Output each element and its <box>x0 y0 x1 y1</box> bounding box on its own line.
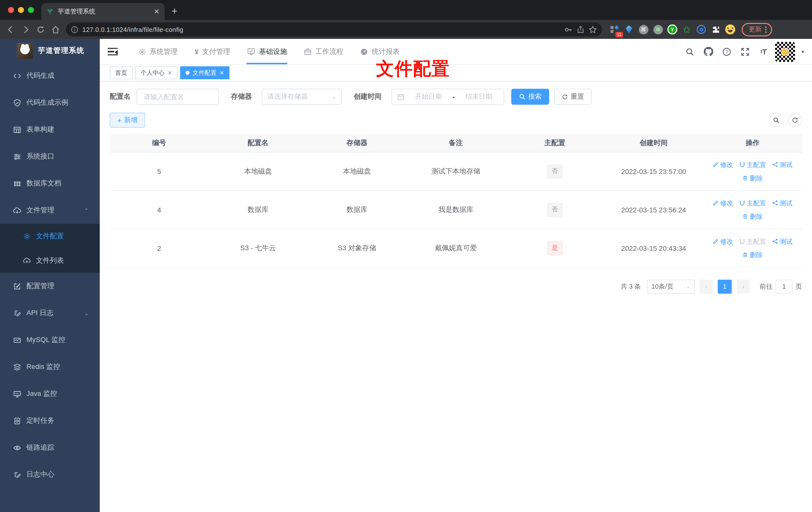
password-key-icon[interactable] <box>564 25 573 34</box>
master-link[interactable]: 主配置 <box>739 200 766 206</box>
extension-command-icon[interactable]: ⌘ <box>638 24 649 35</box>
tag-profile[interactable]: 个人中心 ✕ <box>135 66 178 79</box>
extensions-puzzle-icon[interactable] <box>710 24 721 35</box>
next-page-button[interactable]: › <box>737 279 750 293</box>
maximize-window-button[interactable] <box>28 7 34 13</box>
start-date-placeholder[interactable]: 开始日期 <box>408 92 448 101</box>
avatar-caret-icon[interactable]: ▼ <box>801 49 805 54</box>
range-separator: - <box>453 93 455 100</box>
task-clock-icon <box>13 417 22 425</box>
test-link[interactable]: 测试 <box>772 200 792 206</box>
sidebar-item-file-list[interactable]: 文件列表 <box>0 248 100 273</box>
tab-close-icon[interactable]: ✕ <box>154 8 160 15</box>
collapse-sidebar-icon[interactable] <box>108 48 118 56</box>
close-window-button[interactable] <box>8 7 14 13</box>
sidebar-item-mysql-monitor[interactable]: MySQL 监控 <box>0 327 100 354</box>
search-icon[interactable] <box>683 44 697 59</box>
refresh-table-button[interactable] <box>788 113 802 127</box>
sidebar-item-java-monitor[interactable]: Java 监控 <box>0 381 100 407</box>
sidebar-item-code-example[interactable]: 代码生成示例 <box>0 89 100 116</box>
browser-tab[interactable]: 芋道管理系统 ✕ <box>41 3 165 20</box>
sidebar-item-file-management[interactable]: 文件管理 ⌃ <box>0 197 100 224</box>
nav-item-reports[interactable]: 统计报表 <box>352 39 408 64</box>
profile-emoji-icon[interactable] <box>725 24 736 35</box>
page-1-button[interactable]: 1 <box>718 279 732 293</box>
sidebar-item-log-center[interactable]: 日志中心 <box>0 461 100 488</box>
cell-remark: 我是数据库 <box>406 190 505 229</box>
edit-link[interactable]: 修改 <box>713 238 733 244</box>
prev-page-button[interactable]: ‹ <box>700 279 713 293</box>
sidebar-item-label: Redis 监控 <box>26 362 60 371</box>
minimize-window-button[interactable] <box>18 7 24 13</box>
reset-button[interactable]: 重置 <box>554 89 591 105</box>
sidebar-item-db-doc[interactable]: 数据库文档 <box>0 170 100 197</box>
browser-update-menu[interactable]: 更新 <box>742 23 772 36</box>
tag-home[interactable]: 首页 <box>110 66 133 79</box>
sidebar-item-trace[interactable]: 链路追踪 <box>0 434 100 461</box>
extension-eye-icon[interactable] <box>696 24 707 35</box>
cell-storage: S3 对象存储 <box>308 229 406 267</box>
test-link[interactable]: 测试 <box>772 238 792 244</box>
sidebar-item-file-config[interactable]: 文件配置 <box>0 224 100 248</box>
sidebar-item-label: 文件管理 <box>26 206 54 215</box>
delete-link[interactable]: 删除 <box>743 175 763 181</box>
nav-item-system[interactable]: 系统管理 <box>130 39 186 64</box>
sidebar-item-scheduled-tasks[interactable]: 定时任务 <box>0 407 100 434</box>
end-date-placeholder[interactable]: 结束日期 <box>459 92 499 101</box>
back-icon[interactable] <box>4 23 17 36</box>
extension-dot-icon[interactable] <box>652 24 663 35</box>
edit-link[interactable]: 修改 <box>713 161 733 168</box>
extension-gem-icon[interactable] <box>624 24 634 35</box>
config-name-field[interactable] <box>143 92 213 101</box>
tag-close-icon[interactable]: ✕ <box>220 69 224 76</box>
new-tab-button[interactable]: + <box>172 5 177 17</box>
nav-item-workflow[interactable]: 工作流程 <box>295 39 352 64</box>
add-button[interactable]: + 新增 <box>110 113 145 128</box>
config-name-label: 配置名 <box>110 92 131 101</box>
sidebar-item-code-generation[interactable]: 代码生成 <box>0 62 100 89</box>
fullscreen-icon[interactable] <box>738 44 752 59</box>
reload-icon[interactable] <box>34 23 47 36</box>
storage-label: 存储器 <box>231 92 252 101</box>
col-created: 创建时间 <box>604 134 703 152</box>
help-icon[interactable]: ? <box>720 44 734 59</box>
config-name-input[interactable] <box>137 89 219 105</box>
sidebar-item-system-api[interactable]: 系统接口 <box>0 143 100 170</box>
forward-icon[interactable] <box>19 23 32 36</box>
extension-pinned-icon[interactable]: 11 <box>609 24 620 35</box>
font-size-icon[interactable]: tT <box>757 44 771 59</box>
address-bar[interactable]: 127.0.0.1:1024/infra/file/file-config <box>66 23 602 36</box>
sidebar-item-label: MySQL 监控 <box>26 335 65 344</box>
github-icon[interactable] <box>701 44 715 59</box>
share-icon[interactable] <box>577 25 585 33</box>
delete-link[interactable]: 删除 <box>743 251 763 258</box>
home-icon[interactable] <box>49 23 62 36</box>
master-link[interactable]: 主配置 <box>739 161 766 168</box>
sidebar-item-form-builder[interactable]: 表单构建 <box>0 116 100 143</box>
storage-select[interactable]: 请选择存储器 ⌄ <box>262 89 342 105</box>
bookmark-star-icon[interactable] <box>588 25 597 34</box>
date-range-picker[interactable]: 开始日期 - 结束日期 <box>392 89 504 105</box>
sidebar-item-config-management[interactable]: 配置管理 <box>0 273 100 300</box>
refresh-icon <box>561 93 568 100</box>
edit-link[interactable]: 修改 <box>713 200 733 206</box>
tag-close-icon[interactable]: ✕ <box>168 69 172 76</box>
extension-y-icon[interactable]: Y <box>667 24 678 35</box>
site-info-icon[interactable] <box>71 26 78 33</box>
sidebar-item-api-log[interactable]: API 日志 ⌄ <box>0 300 100 327</box>
page-size-select[interactable]: 10条/页 ⌄ <box>647 279 695 293</box>
extension-star-icon[interactable]: ✩ <box>681 24 692 35</box>
nav-item-payment[interactable]: ¥ 支付管理 <box>186 39 239 64</box>
nav-item-infrastructure[interactable]: 基础设施 <box>239 39 295 64</box>
sidebar-item-redis-monitor[interactable]: Redis 监控 <box>0 354 100 381</box>
delete-link[interactable]: 删除 <box>743 213 763 220</box>
goto-page-input[interactable] <box>776 279 792 293</box>
window-controls[interactable] <box>8 7 34 13</box>
url-text[interactable]: 127.0.0.1:1024/infra/file/file-config <box>82 26 560 33</box>
avatar[interactable] <box>775 42 795 62</box>
table-header-row: 编号 配置名 存储器 备注 主配置 创建时间 操作 <box>110 134 802 152</box>
test-link[interactable]: 测试 <box>772 161 792 168</box>
hide-search-button[interactable] <box>769 113 783 127</box>
search-button[interactable]: 搜索 <box>511 89 549 105</box>
tag-file-config[interactable]: 文件配置 ✕ <box>180 66 229 79</box>
